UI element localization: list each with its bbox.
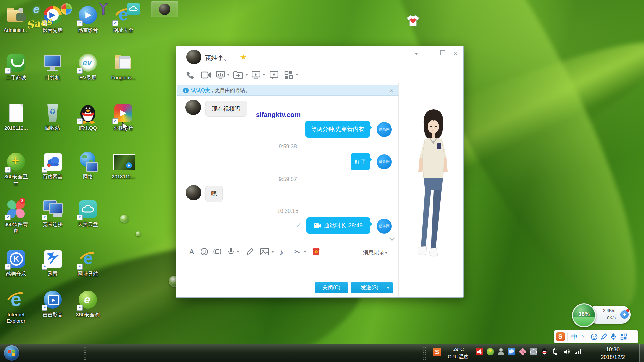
taskbar-vegas-button[interactable] — [95, 1, 112, 17]
shirt-gadget[interactable] — [406, 14, 420, 27]
desktop-icon-kugou[interactable]: K ↗ 酷狗音乐 — [0, 248, 34, 277]
tray-clock[interactable]: 10:30 2018/12/2 — [593, 346, 633, 361]
desktop-icon-jiji-player[interactable]: ▶ ↗ 吉吉影音 — [35, 289, 70, 318]
dropdown-caret-icon[interactable] — [296, 74, 298, 76]
notice-close-icon[interactable]: × — [390, 87, 393, 94]
dropdown-caret-icon[interactable] — [263, 74, 265, 76]
desktop-icon-360-software[interactable]: 8 ↗ 360软件管 家 — [0, 198, 34, 234]
tray-power-plug-icon[interactable] — [552, 348, 559, 355]
peer-message-avatar[interactable] — [185, 100, 201, 115]
screenshot-scissors-icon[interactable]: ✂ — [294, 248, 303, 256]
desktop-icon-baidu-netdisk[interactable]: ↗ 百度网盘 — [35, 151, 70, 180]
desktop-icon-tianyi-cloud[interactable]: ↗ 天翼云盘 — [70, 198, 105, 227]
image-icon[interactable] — [260, 248, 269, 256]
tray-cloud-icon[interactable] — [530, 348, 537, 355]
tray-360-icon[interactable]: + — [487, 348, 494, 355]
360-speed-ball[interactable]: 38% — [572, 303, 596, 327]
close-button[interactable]: × — [451, 50, 460, 57]
tray-flower-icon[interactable] — [519, 348, 526, 355]
dropdown-caret-icon[interactable] — [304, 251, 306, 253]
red-packet-icon[interactable]: ¥ — [313, 248, 322, 256]
ime-mode-toggle[interactable]: 中 — [571, 333, 577, 341]
start-button[interactable] — [4, 345, 19, 361]
self-avatar[interactable]: 借条网 — [377, 219, 392, 234]
remote-desktop-icon[interactable] — [252, 71, 262, 80]
desktop-icon-360-browser[interactable]: e ↗ 360安全浏 — [70, 289, 105, 318]
sogou-logo-icon[interactable]: S — [556, 332, 565, 341]
desktop-icon-ev-recorder[interactable]: ev ↗ EV录屏 — [70, 52, 105, 81]
show-desktop-button[interactable] — [639, 344, 644, 362]
tray-sogou-icon[interactable]: S — [433, 348, 441, 356]
taskbar-qq-chat-task[interactable] — [151, 1, 178, 17]
music-icon[interactable]: ♪ — [279, 248, 288, 256]
clock-date: 2018/12/2 — [593, 353, 633, 361]
window-menu-button[interactable] — [411, 50, 421, 57]
close-chat-button[interactable]: 关闭(C) — [315, 282, 348, 293]
voice-call-icon[interactable] — [186, 71, 196, 80]
taskbar-360-browser-button[interactable] — [58, 1, 75, 17]
desktop-icon-fungoliv[interactable]: FungoLiv... — [106, 52, 141, 81]
desktop-icon-thunder[interactable]: ↗ 迅雷 — [35, 248, 70, 277]
desktop-icon-document-2018112[interactable]: 2018112... — [0, 102, 34, 131]
taskbar-cloud-button[interactable] — [125, 1, 142, 17]
dropdown-caret-icon[interactable] — [237, 251, 239, 253]
incoming-message: 现在视频吗 — [205, 101, 247, 117]
ev-starburst-icon: ev ↗ — [77, 52, 99, 73]
desktop-icon-wangzhidaohang[interactable]: e ↗ 网址导航 — [70, 248, 105, 277]
shirt-gadget-string — [413, 0, 413, 15]
tray-qq-icon[interactable] — [541, 348, 548, 355]
sogou-input-bar[interactable]: S 中 ·, — [554, 330, 638, 343]
dropdown-caret-icon[interactable] — [271, 251, 274, 253]
scroll-down-chevron-icon[interactable] — [390, 236, 395, 239]
desktop-icon-computer[interactable]: 计算机 — [35, 52, 70, 81]
tray-user-icon[interactable] — [497, 348, 505, 355]
voice-message-icon[interactable] — [228, 248, 237, 256]
sogou-toolbox-icon[interactable] — [620, 333, 627, 340]
self-avatar[interactable]: 借条网 — [377, 154, 392, 169]
self-avatar[interactable]: 借条网 — [377, 122, 392, 137]
maximize-button[interactable] — [438, 50, 447, 57]
emoji-icon[interactable] — [200, 248, 209, 256]
qq-show-panel[interactable] — [399, 83, 463, 297]
desktop-icon-recycle-bin[interactable]: ♻ 回收站 — [35, 102, 70, 131]
peer-avatar[interactable] — [186, 50, 201, 64]
tray-network-icon[interactable] — [574, 348, 581, 355]
desktop-icon-360-safe[interactable]: + ↗ 360安全卫 士 — [0, 151, 34, 186]
send-file-icon[interactable] — [233, 71, 244, 80]
notice-link[interactable]: 试试Q麦 — [191, 87, 210, 94]
dual-monitor-icon: ↗ — [42, 198, 63, 220]
punctuation-toggle[interactable]: ·, — [581, 332, 585, 338]
dropdown-caret-icon[interactable] — [227, 74, 230, 76]
tray-volume-icon[interactable] — [563, 348, 570, 355]
window-shake-icon[interactable] — [213, 248, 222, 256]
message-input[interactable] — [177, 257, 398, 281]
peer-message-avatar[interactable] — [186, 185, 201, 200]
icon-label: 百度网盘 — [35, 173, 70, 180]
desktop-icon-broadband[interactable]: ↗ 宽带连接 — [35, 198, 70, 227]
desktop-icon-network[interactable]: 网络 — [70, 151, 105, 180]
desktop-icon-video-2018112[interactable]: ▶ 2018112... — [106, 151, 141, 180]
handwriting-pad-icon[interactable] — [601, 333, 607, 340]
tray-hidden-icons[interactable] — [423, 347, 426, 360]
voice-input-icon[interactable] — [611, 333, 616, 340]
emoji-panel-icon[interactable] — [591, 333, 598, 340]
video-call-icon[interactable] — [201, 71, 211, 80]
monitor-icon — [42, 52, 63, 73]
desktop-icon-ershou-mall[interactable]: ↗ 二手商城 — [0, 52, 34, 81]
font-format-icon[interactable]: A — [187, 248, 196, 256]
apps-grid-icon[interactable] — [284, 71, 294, 80]
send-button[interactable]: 发送(S) — [351, 282, 393, 293]
taskbar-ie-button[interactable]: e — [28, 1, 45, 17]
tray-megaphone-icon[interactable] — [476, 348, 483, 355]
send-options-caret-icon[interactable] — [387, 287, 390, 289]
desktop-icon-tencent-qq[interactable]: ↗ 腾讯QQ — [70, 102, 105, 131]
notification-dot — [626, 309, 629, 312]
dropdown-caret-icon[interactable] — [245, 74, 248, 76]
tray-pcmanager-icon[interactable] — [508, 348, 515, 355]
handwriting-icon[interactable] — [246, 248, 255, 256]
create-group-icon[interactable] — [270, 71, 280, 80]
minimize-button[interactable]: — — [425, 50, 434, 57]
desktop-icon-internet-explorer[interactable]: e Internet Explorer — [0, 289, 34, 324]
message-history-button[interactable]: 消息记录 — [363, 249, 388, 256]
screen-share-icon[interactable] — [216, 71, 226, 80]
